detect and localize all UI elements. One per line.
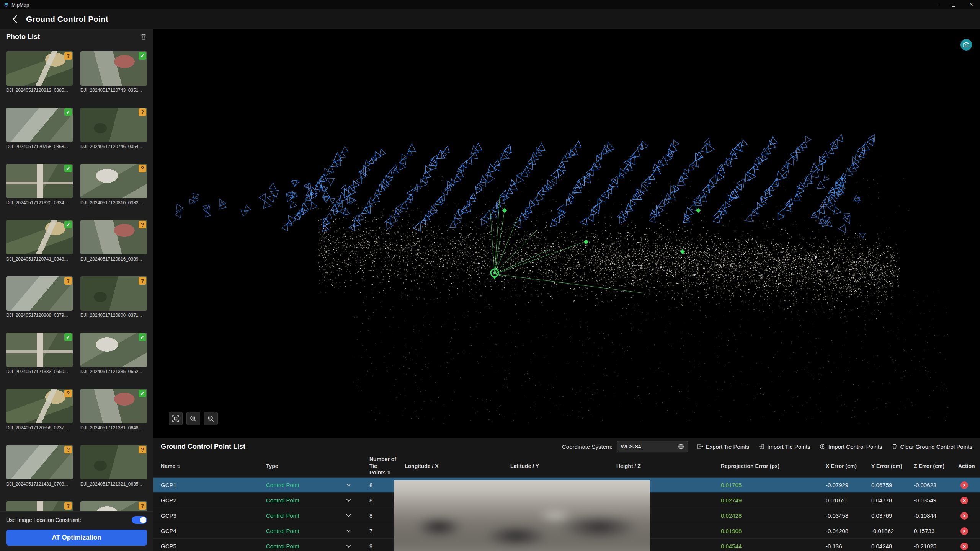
gcp-y-error: 0.04248: [871, 543, 914, 549]
import-tie-points-button[interactable]: Import Tie Points: [758, 443, 810, 450]
delete-photos-button[interactable]: [140, 33, 147, 40]
photo-item[interactable]: ?DJI_20240517120746_0354...: [80, 108, 147, 158]
photo-filename: DJI_20240517121321_0635...: [80, 481, 147, 487]
zoom-in-button[interactable]: [186, 412, 200, 425]
image-location-constraint-toggle[interactable]: [132, 516, 147, 524]
screenshot-button[interactable]: [960, 39, 972, 51]
photo-item[interactable]: ?DJI_20240517120813_0385...: [6, 51, 73, 102]
remove-gcp-button[interactable]: ×: [960, 481, 968, 489]
remove-gcp-button[interactable]: ×: [960, 512, 968, 520]
gcp-tie-points: 7: [369, 528, 405, 534]
photo-item[interactable]: ✓DJI_20240517121333_0650...: [6, 333, 73, 383]
photo-thumbnail[interactable]: ?: [6, 51, 73, 86]
question-badge: ?: [139, 165, 146, 172]
photo-item[interactable]: ?DJI_20240517120810_0382...: [80, 164, 147, 215]
photo-item[interactable]: ✓DJI_20240517121320_0634...: [6, 164, 73, 215]
photo-thumbnail[interactable]: ?: [6, 276, 73, 311]
photo-thumbnail[interactable]: ?: [80, 220, 147, 254]
point-cloud-canvas[interactable]: [153, 29, 980, 437]
zoom-out-button[interactable]: [204, 412, 218, 425]
photo-thumbnail[interactable]: ✓: [80, 333, 147, 367]
gcp-type-select[interactable]: Control Point: [266, 482, 369, 488]
coordinate-system-label: Coordinate System:: [562, 443, 612, 450]
photo-thumbnail[interactable]: ?: [80, 164, 147, 198]
photo-thumbnail[interactable]: ?: [80, 501, 147, 511]
camera-icon: [963, 42, 969, 47]
gcp-y-error: 0.03769: [871, 512, 914, 519]
maximize-button[interactable]: [945, 0, 962, 9]
photo-item[interactable]: ?DJI_20240517120800_0371...: [80, 276, 147, 327]
photo-item[interactable]: ✓DJI_20240517121335_0652...: [80, 333, 147, 383]
photo-thumbnail[interactable]: ✓: [6, 164, 73, 198]
photo-thumbnail[interactable]: ?: [80, 276, 147, 311]
column-header-tie-points[interactable]: Number of Tie Points⇅: [369, 456, 405, 476]
photo-thumbnail[interactable]: ?: [80, 445, 147, 479]
gcp-z-error: -0.00623: [914, 482, 958, 488]
photo-item[interactable]: ?DJI_20240517120556_0237...: [6, 389, 73, 440]
gcp-row[interactable]: GCP5Control Point90.04544-0.1360.04248-0…: [153, 539, 980, 551]
column-header-reprojection: Reprojection Error (px): [721, 463, 826, 470]
coordinate-system-input[interactable]: WGS 84: [617, 441, 688, 452]
gcp-reprojection-error: 0.02428: [721, 512, 826, 519]
import-control-points-button[interactable]: Import Control Points: [820, 443, 882, 450]
app-title: MipMap: [11, 2, 29, 8]
close-button[interactable]: ×: [962, 0, 980, 9]
gcp-row[interactable]: GCP3Control Point80.02428-0.034580.03769…: [153, 508, 980, 523]
export-tie-points-label: Export Tie Points: [706, 443, 749, 450]
photo-item[interactable]: ✓DJI_20240517120758_0368...: [6, 108, 73, 158]
gcp-action: ×: [958, 512, 980, 520]
photo-item[interactable]: ?DJI_20240517121321_0635...: [80, 445, 147, 496]
photo-thumbnail[interactable]: ?: [6, 445, 73, 479]
photo-item[interactable]: ✓DJI_20240517120741_0348...: [6, 220, 73, 271]
question-badge: ?: [64, 390, 72, 397]
at-optimization-button[interactable]: AT Optimization: [6, 530, 147, 546]
photo-item[interactable]: ✓DJI_20240517121331_0648...: [80, 389, 147, 440]
remove-gcp-button[interactable]: ×: [960, 543, 968, 550]
window-titlebar: MipMap ×: [0, 0, 980, 9]
gcp-row[interactable]: GCP2Control Point80.027490.018760.04778-…: [153, 493, 980, 508]
photo-thumbnail[interactable]: ✓: [6, 220, 73, 254]
question-badge: ?: [139, 108, 146, 116]
gcp-panel: Ground Control Point List Coordinate Sys…: [153, 437, 980, 551]
gcp-name: GCP2: [161, 497, 266, 504]
photo-thumbnail[interactable]: ?: [80, 108, 147, 142]
fit-view-button[interactable]: [169, 412, 183, 425]
photo-thumbnail[interactable]: ✓: [80, 389, 147, 423]
gcp-type-select[interactable]: Control Point: [266, 512, 369, 519]
back-button[interactable]: [10, 13, 20, 25]
clear-gcp-button[interactable]: Clear Ground Control Points: [892, 443, 972, 450]
toggle-knob: [140, 517, 146, 523]
gcp-reprojection-error: 0.01705: [721, 482, 826, 488]
import-tie-points-label: Import Tie Points: [767, 443, 810, 450]
gcp-row[interactable]: GCP4Control Point70.01908-0.04208-0.0186…: [153, 523, 980, 539]
photo-thumbnail[interactable]: ?: [6, 501, 73, 511]
column-header-name[interactable]: Name⇅: [161, 463, 266, 470]
gcp-tie-points: 8: [369, 482, 405, 488]
minimize-button[interactable]: [927, 0, 945, 9]
gcp-type-select[interactable]: Control Point: [266, 528, 369, 534]
question-badge: ?: [64, 277, 72, 285]
remove-gcp-button[interactable]: ×: [960, 527, 968, 535]
gcp-table-header: Name⇅ Type Number of Tie Points⇅ Longitu…: [153, 455, 980, 478]
photo-thumbnail[interactable]: ?: [6, 389, 73, 423]
gcp-name: GCP4: [161, 528, 266, 534]
photo-thumbnail[interactable]: ✓: [6, 333, 73, 367]
gcp-name: GCP5: [161, 543, 266, 549]
photo-item[interactable]: ?: [80, 501, 147, 511]
gcp-type-select[interactable]: Control Point: [266, 543, 369, 549]
photo-item[interactable]: ?DJI_20240517121431_0708...: [6, 445, 73, 496]
photo-thumbnail[interactable]: ✓: [6, 108, 73, 142]
remove-gcp-button[interactable]: ×: [960, 497, 968, 504]
photo-item[interactable]: ?: [6, 501, 73, 511]
globe-icon: [678, 443, 684, 450]
photo-item[interactable]: ?DJI_20240517120816_0389...: [80, 220, 147, 271]
export-tie-points-button[interactable]: Export Tie Points: [697, 443, 749, 450]
photo-item[interactable]: ✓DJI_20240517120743_0351...: [80, 51, 147, 102]
photo-thumbnail[interactable]: ✓: [80, 51, 147, 86]
gcp-type-select[interactable]: Control Point: [266, 497, 369, 504]
gcp-z-error: -0.10844: [914, 512, 958, 519]
photo-item[interactable]: ?DJI_20240517120808_0379...: [6, 276, 73, 327]
gcp-row[interactable]: GCP1Control Point80.01705-0.079290.06759…: [153, 478, 980, 493]
sort-icon: ⇅: [176, 464, 180, 469]
check-badge: ✓: [64, 221, 72, 228]
